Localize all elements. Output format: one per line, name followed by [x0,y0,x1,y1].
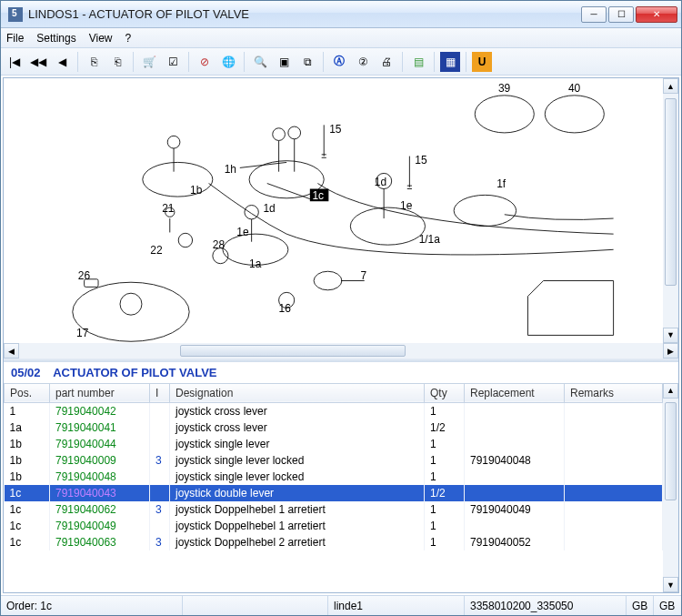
callout-1c-selected[interactable]: 1c [312,189,324,202]
scroll-up-icon[interactable]: ▲ [663,78,678,94]
table-row[interactable]: 1a7919040041joystick cross lever1/2 [5,419,663,436]
svg-point-1 [545,96,604,133]
minimize-button[interactable]: ─ [581,6,607,23]
scroll-thumb-v[interactable] [665,98,677,286]
diagram-pane: 39 40 15 1b 1h 1c 15 1f 1d 1d 1e 1e 21 2… [4,78,678,343]
diagram-canvas[interactable]: 39 40 15 1b 1h 1c 15 1f 1d 1d 1e 1e 21 2… [4,78,663,343]
table-row[interactable]: 17919040042joystick cross lever1 [5,402,663,419]
table-row[interactable]: 1c79190400623joystick Doppelhebel 1 arre… [5,501,663,518]
scroll-thumb-h[interactable] [180,345,406,357]
titlebar: LINDOS1 - ACTUATOR OF PILOT VALVE ─ ☐ ✕ [1,1,681,28]
scroll-right-icon[interactable]: ▶ [663,343,678,358]
col-desig[interactable]: Designation [170,383,425,402]
menu-help[interactable]: ? [125,32,132,45]
globe-icon[interactable]: 🌐 [218,52,238,72]
table-row[interactable]: 1b7919040044joystick single lever1 [5,436,663,452]
col-i[interactable]: I [150,383,170,402]
print-icon[interactable]: 🖨 [376,52,396,72]
svg-point-12 [73,282,189,341]
nav-back-icon[interactable]: ◀ [52,52,72,72]
table-row[interactable]: 1b7919040048joystick single lever locked… [5,469,663,485]
nav-first-icon[interactable]: |◀ [5,52,25,72]
maximize-button[interactable]: ☐ [608,6,634,23]
callout-7[interactable]: 7 [360,269,366,282]
export-icon[interactable]: ⎘ [84,52,104,72]
svg-point-4 [350,207,425,245]
callout-40[interactable]: 40 [568,82,581,95]
list-scroll-thumb[interactable] [665,402,677,500]
table-row[interactable]: 1c7919040043joystick double lever1/2 [5,485,663,501]
callout-1d-a[interactable]: 1d [263,202,275,215]
diagram-hscrollbar[interactable]: ◀ ▶ [4,343,678,358]
zoom-icon[interactable]: 🔍 [250,52,270,72]
callout-22[interactable]: 22 [150,244,163,257]
callout-15a[interactable]: 15 [329,123,342,136]
list-vscrollbar[interactable]: ▲ ▼ [663,383,678,592]
note-icon[interactable]: ▤ [408,52,428,72]
col-pos[interactable]: Pos. [5,383,50,402]
close-button[interactable]: ✕ [636,6,677,23]
callout-1-1a[interactable]: 1/1a [419,233,441,246]
parts-table: Pos. part number I Designation Qty Repla… [4,383,663,550]
status-user: linde1 [328,596,465,615]
callout-39[interactable]: 39 [498,82,511,95]
svg-point-9 [288,126,301,139]
col-repl[interactable]: Replacement [465,383,565,402]
table-row[interactable]: 1c7919040049joystick Doppelhebel 1 arret… [5,518,663,534]
svg-point-5 [454,195,516,226]
svg-point-0 [475,96,534,133]
table-row[interactable]: 1c79190400633joystick Doppelhebel 2 arre… [5,534,663,550]
section-header: 05/02 ACTUATOR OF PILOT VALVE [4,362,678,383]
callout-1e-b[interactable]: 1e [400,199,413,212]
callout-16[interactable]: 16 [279,302,292,315]
callout-15b[interactable]: 15 [415,154,427,167]
col-qty[interactable]: Qty [425,383,465,402]
svg-point-8 [273,128,286,141]
step-icon[interactable]: ② [353,52,373,72]
callout-21[interactable]: 21 [162,202,175,215]
nav-rewind-icon[interactable]: ◀◀ [28,52,48,72]
svg-point-7 [167,136,180,148]
callout-1e-a[interactable]: 1e [236,226,249,238]
check-icon[interactable]: ☑ [163,52,183,72]
page-icon[interactable]: ▣ [274,52,294,72]
status-code: 3358010200_335050 [465,596,627,615]
main-window: LINDOS1 - ACTUATOR OF PILOT VALVE ─ ☐ ✕ … [0,0,682,616]
callout-1b[interactable]: 1b [190,184,203,197]
status-order: Order: 1c [1,596,183,615]
callout-1h[interactable]: 1h [225,163,236,176]
list-scroll-down-icon[interactable]: ▼ [663,577,678,592]
callout-1d-b[interactable]: 1d [375,176,386,188]
diagram-vscrollbar[interactable]: ▲ ▼ [663,78,678,343]
content-area: 39 40 15 1b 1h 1c 15 1f 1d 1d 1e 1e 21 2… [3,77,679,593]
statusbar: Order: 1c linde1 3358010200_335050 GB GB [1,595,681,615]
col-part[interactable]: part number [50,383,150,402]
table-row[interactable]: 1b79190400093joystick single lever locke… [5,452,663,469]
window-buttons: ─ ☐ ✕ [581,6,677,23]
status-empty [183,596,328,615]
scroll-down-icon[interactable]: ▼ [663,328,678,343]
callout-1a[interactable]: 1a [249,258,262,270]
status-lang1: GB [627,596,654,615]
copy-icon[interactable]: ⧉ [297,52,317,72]
callout-17[interactable]: 17 [76,327,89,339]
section-name: ACTUATOR OF PILOT VALVE [53,366,216,379]
callout-26[interactable]: 26 [78,269,91,282]
list-scroll-up-icon[interactable]: ▲ [663,383,678,399]
menu-settings[interactable]: Settings [36,32,75,45]
window-title: LINDOS1 - ACTUATOR OF PILOT VALVE [28,7,581,21]
globe-off-icon[interactable]: ⊘ [195,52,215,72]
menu-file[interactable]: File [6,32,24,45]
u-icon[interactable]: U [472,52,492,72]
text-a-icon[interactable]: Ⓐ [329,52,349,72]
callout-1f[interactable]: 1f [496,177,506,190]
col-rem[interactable]: Remarks [565,383,663,402]
callout-28[interactable]: 28 [213,238,226,251]
grid-icon[interactable]: ▦ [440,52,460,72]
status-lang2: GB [654,596,681,615]
import-icon[interactable]: ⎗ [107,52,127,72]
menu-view[interactable]: View [89,32,113,45]
scroll-left-icon[interactable]: ◀ [4,343,19,358]
cart-icon[interactable]: 🛒 [139,52,159,72]
menubar: File Settings View ? [1,28,681,48]
